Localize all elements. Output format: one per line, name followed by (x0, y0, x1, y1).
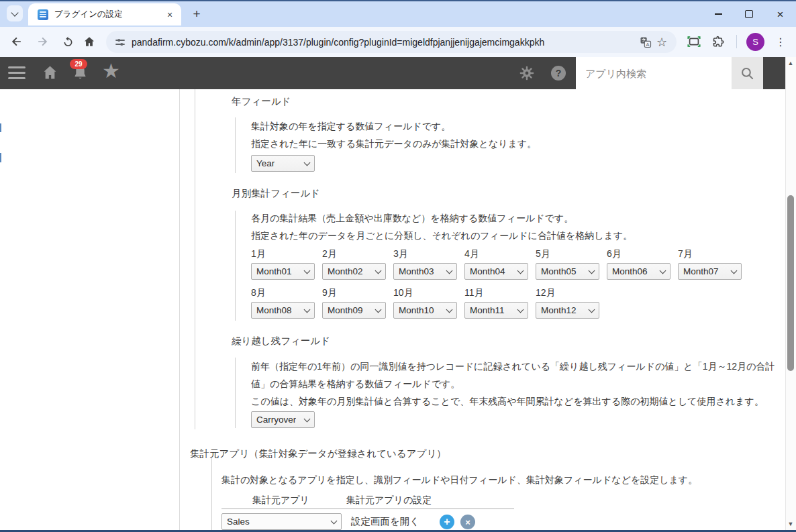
chevron-down-icon (375, 306, 382, 313)
new-tab-button[interactable]: + (189, 6, 205, 22)
tab-close-icon[interactable]: × (164, 9, 176, 21)
chevron-down-icon (331, 517, 338, 524)
source-app-select[interactable]: Sales (221, 513, 342, 530)
url-bar[interactable]: pandafirm.cybozu.com/k/admin/app/3137/pl… (106, 31, 677, 53)
remove-row-button[interactable]: × (460, 515, 475, 529)
bookmark-star-icon: ☆ (656, 35, 667, 50)
chevron-down-icon (517, 306, 524, 313)
month-label-jun: 6月 (607, 248, 621, 260)
carryover-desc-2: 値」の合算結果を格納する数値フィールドです。 (251, 378, 460, 390)
app-search-input[interactable] (576, 57, 732, 89)
chevron-down-icon (589, 306, 595, 313)
profile-avatar[interactable]: S (746, 33, 764, 51)
left-sidebar (0, 89, 179, 532)
translate-icon: A (639, 36, 652, 49)
column-header-source-app-settings: 集計元アプリの設定 (346, 494, 432, 507)
browser-tab[interactable]: プラグインの設定 × (28, 3, 181, 25)
browser-menu-button[interactable]: ⋮ (773, 34, 789, 50)
toolbar-separator (736, 35, 737, 48)
month-select-feb[interactable]: Month02 (322, 263, 386, 280)
svg-text:A: A (646, 41, 649, 47)
year-block-border (235, 117, 236, 173)
monthly-field-label: 月別集計フィールド (232, 187, 320, 200)
month-select-jun[interactable]: Month06 (607, 263, 670, 280)
window-minimize-button[interactable] (703, 1, 734, 27)
month-select-dec[interactable]: Month12 (536, 302, 599, 319)
month-label-feb: 2月 (322, 248, 337, 260)
chevron-down-icon (304, 267, 311, 274)
window-close-button[interactable]: × (764, 1, 796, 27)
translate-button[interactable]: A (638, 34, 654, 50)
month-label-jul: 7月 (678, 248, 693, 260)
year-field-desc-1: 集計対象の年を指定する数値フィールドです。 (251, 121, 450, 133)
month-select-jan[interactable]: Month01 (251, 263, 315, 280)
month-select-aug[interactable]: Month08 (251, 302, 315, 319)
month-select-nov[interactable]: Month11 (464, 302, 528, 319)
monthly-field-desc-1: 各月の集計結果（売上金額や出庫数など）を格納する数値フィールドです。 (251, 213, 573, 225)
section-group-border (195, 89, 195, 429)
back-button[interactable] (9, 34, 25, 50)
month-label-dec: 12月 (536, 287, 556, 299)
chevron-down-icon (589, 267, 595, 274)
kintone-settings-button[interactable] (519, 65, 535, 84)
chevron-down-icon (304, 306, 311, 313)
site-settings-icon[interactable] (114, 36, 126, 48)
chevron-down-icon (304, 415, 311, 422)
forward-arrow-icon (36, 35, 49, 48)
year-field-select[interactable]: Year (251, 155, 315, 172)
scrollbar-down-icon[interactable]: ▼ (787, 521, 795, 527)
carryover-field-label: 繰り越し残フィールド (232, 335, 330, 348)
extensions-puzzle-icon (711, 35, 726, 49)
month-select-apr[interactable]: Month04 (464, 263, 528, 280)
url-text[interactable]: pandafirm.cybozu.com/k/admin/app/3137/pl… (132, 37, 638, 48)
tab-title: プラグインの設定 (54, 9, 164, 20)
kintone-home-button[interactable] (41, 64, 59, 85)
kintone-help-button[interactable]: ? (551, 66, 566, 81)
chevron-down-icon (304, 159, 311, 166)
reload-button[interactable] (60, 34, 76, 50)
minimize-icon (715, 13, 722, 14)
month-label-jan: 1月 (251, 248, 266, 260)
kintone-menu-button[interactable] (8, 66, 26, 79)
chevron-down-icon (731, 267, 738, 274)
carryover-desc-3: この値は、対象年の月別集計値と合算することで、年末残高や年間累計などを算出する際… (251, 396, 764, 408)
home-icon (83, 35, 96, 48)
month-label-apr: 4月 (464, 248, 479, 260)
window-maximize-button[interactable] (734, 1, 764, 27)
extensions-button[interactable] (710, 34, 726, 50)
month-select-may[interactable]: Month05 (536, 263, 599, 280)
capture-icon (687, 34, 701, 49)
close-icon: × (777, 9, 784, 20)
chevron-down-icon (446, 267, 453, 274)
month-select-sep[interactable]: Month09 (322, 302, 386, 319)
chevron-down-icon (375, 267, 382, 274)
month-select-oct[interactable]: Month10 (393, 302, 457, 319)
forward-button[interactable] (34, 34, 50, 50)
source-app-block-border (211, 458, 212, 530)
carryover-field-select[interactable]: Carryover (251, 411, 315, 428)
table-header-rule (221, 509, 514, 509)
home-button[interactable] (81, 34, 97, 50)
scrollbar-thumb[interactable] (787, 195, 794, 371)
maximize-icon (745, 10, 753, 18)
sidebar-divider (179, 89, 180, 532)
scrollbar-up-icon[interactable]: ▲ (787, 60, 795, 66)
chevron-down-icon (660, 267, 666, 274)
year-field-label: 年フィールド (232, 95, 291, 108)
back-arrow-icon (10, 35, 23, 48)
open-settings-link[interactable]: 設定画面を開く (351, 515, 419, 528)
sidebar-clipped-mark (0, 123, 1, 132)
chevron-down-icon (517, 267, 524, 274)
add-row-button[interactable]: + (440, 515, 454, 529)
monthly-block-border (235, 211, 236, 321)
bookmark-button[interactable]: ☆ (654, 34, 670, 50)
kintone-favorites-button[interactable]: ★ (102, 61, 120, 81)
month-select-jul[interactable]: Month07 (678, 263, 742, 280)
browser-window: プラグインの設定 × + × pandafirm.cybozu.com/k/ad… (0, 0, 796, 532)
search-button[interactable] (732, 57, 763, 89)
tab-search-button[interactable] (7, 5, 23, 21)
month-select-mar[interactable]: Month03 (393, 263, 457, 280)
screen-capture-button[interactable] (686, 34, 702, 50)
column-header-source-app: 集計元アプリ (252, 494, 309, 507)
monthly-field-desc-2: 指定された年のデータを月ごとに分類し、それぞれのフィールドに合計値を格納します。 (251, 230, 632, 242)
